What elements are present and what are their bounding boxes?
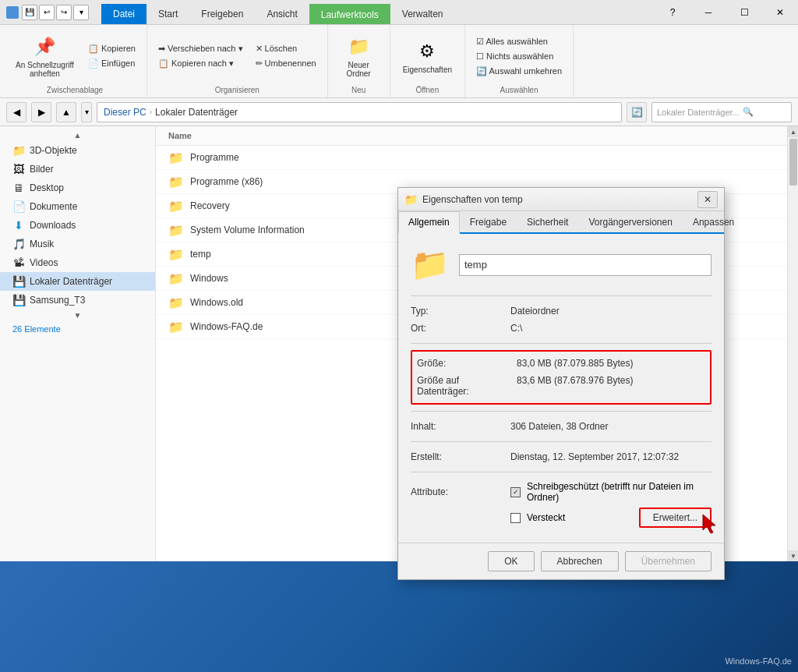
back-btn[interactable]: ◀ [6, 102, 26, 122]
help-btn[interactable]: ? [655, 0, 690, 25]
file-list-header: Name [156, 126, 787, 146]
dialog-title-icon: 📁 [404, 193, 418, 206]
pin-icon: 📌 [32, 34, 57, 59]
tab-freigeben[interactable]: Freigeben [189, 4, 255, 24]
sidebar-item-videos[interactable]: 📽 Videos [0, 253, 155, 272]
erweitert-btn[interactable]: Erweitert... [639, 508, 711, 528]
divider-5 [411, 472, 711, 472]
copy-btn[interactable]: 📋 Kopieren [83, 42, 140, 55]
breadcrumb-sep: › [150, 108, 152, 116]
folder-icon: 📁 [168, 174, 184, 189]
tab-sicherheit[interactable]: Sicherheit [517, 211, 578, 232]
new-folder-btn[interactable]: 📁 NeuerOrdner [338, 31, 379, 81]
versteckt-checkbox[interactable] [510, 513, 521, 523]
sidebar-label-videos: Videos [30, 257, 58, 268]
copy-to-btn[interactable]: 📋 Kopieren nach ▾ [154, 57, 248, 70]
dialog-titlebar: 📁 Eigenschaften von temp ✕ [398, 188, 724, 211]
properties-dialog: 📁 Eigenschaften von temp ✕ Allgemein Fre… [397, 187, 725, 580]
rename-btn[interactable]: ✏ Umbenennen [251, 57, 321, 70]
folder-icon: 📁 [168, 222, 184, 238]
dialog-close-btn[interactable]: ✕ [697, 191, 718, 208]
file-name: System Volume Information [190, 225, 305, 235]
breadcrumb-dieser-pc[interactable]: Dieser PC [104, 107, 147, 118]
sidebar-item-musik[interactable]: 🎵 Musik [0, 235, 155, 253]
maximize-btn[interactable]: ☐ [726, 0, 762, 25]
sidebar-item-samsung[interactable]: 💾 Samsung_T3 [0, 291, 155, 309]
search-bar[interactable]: Lokaler Datenträger... 🔍 [651, 102, 792, 122]
move-to-btn[interactable]: ➡ Verschieben nach ▾ [154, 42, 248, 55]
folder-icon-videos: 📽 [12, 256, 25, 269]
qat-redo[interactable]: ↪ [56, 5, 72, 20]
sidebar-item-3d-objekte[interactable]: 📁 3D-Objekte [0, 141, 155, 160]
refresh-btn[interactable]: 🔄 [627, 102, 647, 122]
ribbon-group-new: 📁 NeuerOrdner Neu [328, 25, 390, 97]
sidebar-item-lokaler-datentraeger[interactable]: 💾 Lokaler Datenträger [0, 272, 155, 291]
tab-start[interactable]: Start [147, 4, 189, 24]
groesse-row: Größe: 83,0 MB (87.079.885 Bytes) [417, 355, 705, 372]
folder-name-input[interactable] [459, 254, 711, 276]
ribbon-group-clipboard: 📌 An Schnellzugriffanheften 📋 Kopieren 📄… [3, 25, 147, 97]
app-icon [6, 6, 19, 19]
scroll-down-arrow[interactable]: ▼ [788, 550, 798, 561]
select-all-btn[interactable]: ☑ Alles auswählen [471, 35, 567, 48]
uebernehmen-btn[interactable]: Übernehmen [625, 551, 711, 571]
tab-vorgaengerversionen[interactable]: Vorgängerversionen [578, 211, 682, 232]
window-controls: ? ─ ☐ ✕ [655, 0, 798, 24]
minimize-btn[interactable]: ─ [690, 0, 726, 25]
sidebar-scroll-up[interactable]: ▲ [0, 129, 155, 141]
pin-quickaccess-btn[interactable]: 📌 An Schnellzugriffanheften [9, 31, 80, 81]
list-item[interactable]: 📁 Programme [156, 146, 787, 170]
tab-laufwerktools[interactable]: Laufwerktools [309, 4, 390, 24]
watermark: Windows-FAQ.de [725, 656, 792, 666]
organize-col2: ✕ Löschen ✏ Umbenennen [251, 42, 321, 70]
tab-ansicht[interactable]: Ansicht [255, 4, 309, 24]
select-none-btn[interactable]: ☐ Nichts auswählen [471, 50, 567, 63]
properties-btn[interactable]: ⚙ Eigenschaften [397, 36, 458, 77]
sidebar-item-bilder[interactable]: 🖼 Bilder [0, 160, 155, 179]
qat-down[interactable]: ▾ [73, 5, 89, 20]
delete-btn[interactable]: ✕ Löschen [251, 42, 321, 55]
qat-undo[interactable]: ↩ [39, 5, 55, 20]
sidebar-label-dokumente: Dokumente [30, 201, 77, 212]
file-name: Programme [190, 152, 239, 163]
divider-3 [411, 411, 711, 412]
dialog-tabs: Allgemein Freigabe Sicherheit Vorgängerv… [398, 211, 724, 234]
tab-allgemein[interactable]: Allgemein [398, 211, 460, 234]
tab-anpassen[interactable]: Anpassen [683, 211, 744, 232]
folder-icon-bilder: 🖼 [12, 163, 25, 175]
divider-4 [411, 441, 711, 442]
item-count: 26 Elemente [0, 321, 155, 337]
search-placeholder: Lokaler Datenträger... [657, 108, 740, 117]
type-label: Typ: [411, 306, 504, 317]
tab-verwalten[interactable]: Verwalten [390, 4, 455, 24]
groesse-label: Größe: [417, 358, 510, 369]
close-btn[interactable]: ✕ [762, 0, 798, 25]
scroll-up-arrow[interactable]: ▲ [788, 126, 798, 137]
tab-freigabe[interactable]: Freigabe [460, 211, 517, 232]
folder-icon-downloads: ⬇ [12, 219, 25, 232]
tab-datei[interactable]: Datei [101, 4, 147, 24]
up-btn[interactable]: ▲ [56, 102, 76, 122]
file-name: Programme (x86) [190, 176, 263, 187]
ok-btn[interactable]: OK [488, 551, 534, 571]
paste-btn[interactable]: 📄 Einfügen [83, 57, 140, 70]
sidebar-item-downloads[interactable]: ⬇ Downloads [0, 216, 155, 235]
inhalt-value: 306 Dateien, 38 Ordner [510, 421, 711, 432]
sidebar-item-desktop[interactable]: 🖥 Desktop [0, 179, 155, 197]
drive-icon-samsung: 💾 [12, 294, 25, 306]
organize-buttons: ➡ Verschieben nach ▾ 📋 Kopieren nach ▾ ✕… [154, 28, 321, 84]
forward-btn[interactable]: ▶ [31, 102, 51, 122]
history-btn[interactable]: ▾ [81, 102, 92, 122]
sidebar-item-dokumente[interactable]: 📄 Dokumente [0, 197, 155, 216]
invert-selection-btn[interactable]: 🔄 Auswahl umkehren [471, 65, 567, 78]
type-value: Dateiordner [510, 306, 711, 317]
sidebar-scroll-down[interactable]: ▼ [0, 309, 155, 321]
qat-save[interactable]: 💾 [22, 5, 37, 20]
abbrechen-btn[interactable]: Abbrechen [541, 551, 619, 571]
file-name: Recovery [190, 200, 230, 211]
organize-label: Organisieren [215, 86, 260, 94]
sidebar-label-downloads: Downloads [30, 220, 76, 231]
breadcrumb[interactable]: Dieser PC › Lokaler Datenträger [97, 102, 622, 122]
schreibgeschuetzt-checkbox[interactable] [510, 487, 521, 497]
scroll-thumb[interactable] [789, 139, 797, 186]
